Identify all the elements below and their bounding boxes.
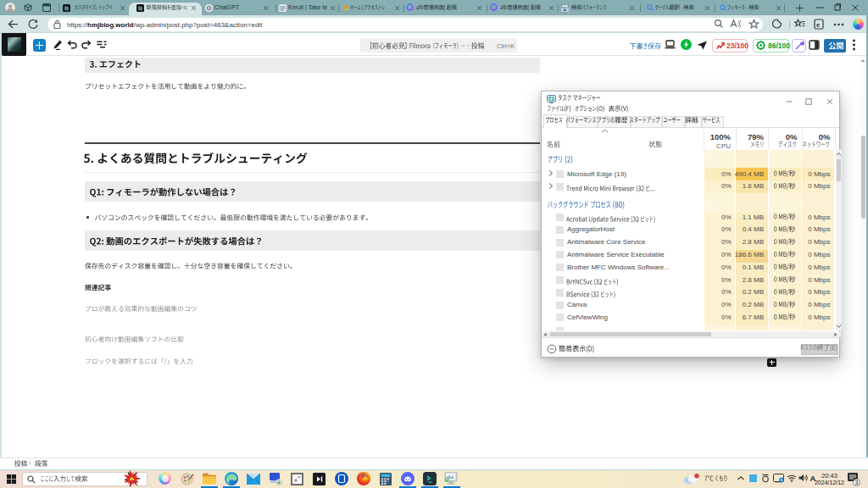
svg-text:e: e (816, 20, 820, 29)
